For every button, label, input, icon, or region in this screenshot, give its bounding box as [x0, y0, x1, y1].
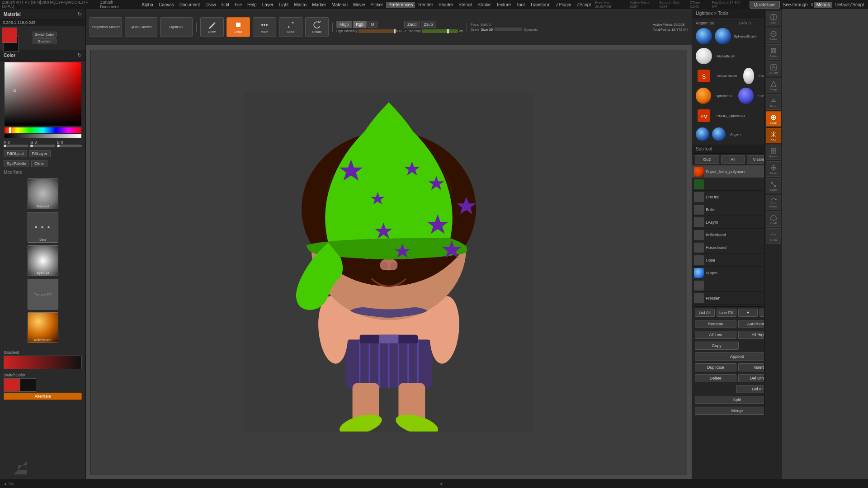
fill-layer-button[interactable]: FillLayer — [29, 150, 51, 157]
menu-zscript[interactable]: ZScript — [575, 2, 594, 8]
menu-preferences[interactable]: Preferences — [386, 2, 415, 8]
g-slider[interactable] — [30, 145, 55, 147]
mrgb-button[interactable]: Mrgb — [336, 21, 352, 28]
vp-btn-bump[interactable]: Bump — [766, 228, 781, 244]
lb-sphere-eye-1[interactable] — [696, 28, 712, 44]
color-refresh-icon[interactable]: ↻ — [77, 52, 82, 58]
goz2-button[interactable]: Go2 — [695, 155, 719, 164]
lb-sphere-augen-2[interactable] — [712, 127, 726, 141]
simple-brush-icon[interactable]: S — [696, 68, 712, 84]
z-intensity-slider[interactable] — [422, 29, 458, 33]
menu-document[interactable]: Document — [177, 2, 203, 8]
hue-slider[interactable] — [5, 127, 81, 133]
vp-btn-polyf[interactable]: PolyF — [766, 211, 781, 227]
vp-btn-aahart[interactable]: AAHart — [766, 61, 781, 76]
b-slider[interactable] — [57, 145, 82, 147]
draw-active-button[interactable]: Draw — [226, 17, 250, 37]
foreground-color-swatch[interactable] — [2, 28, 17, 43]
zsub-button[interactable]: Zsub — [421, 21, 436, 28]
default-zscript[interactable]: DefaultZScript — [833, 2, 866, 8]
m-button[interactable]: M — [368, 21, 377, 28]
quicksave-button[interactable]: QuickSave — [750, 1, 779, 9]
switchcolor-bg[interactable] — [20, 378, 36, 392]
brush-preview-standard[interactable]: Standard — [28, 178, 58, 209]
vp-btn-edit[interactable]: Edit — [766, 11, 781, 26]
menu-canvas[interactable]: Canvas — [156, 2, 176, 8]
duplicate-button[interactable]: Duplicate — [695, 363, 736, 371]
menu-movie[interactable]: Movie — [351, 2, 368, 8]
vp-btn-xyz[interactable]: XYZ — [766, 128, 781, 143]
menu-help[interactable]: Help — [245, 2, 259, 8]
color-picker[interactable] — [5, 62, 81, 126]
copy-button[interactable]: Copy — [695, 342, 739, 350]
quick-sketch-button[interactable]: Quick Sketch — [125, 17, 157, 37]
lb-sphere-augen-1[interactable] — [696, 127, 709, 141]
vp-btn-local[interactable]: Local — [766, 111, 781, 127]
rgb-intensity-slider[interactable] — [359, 29, 395, 33]
vp-btn-scale[interactable]: Scale — [766, 178, 781, 193]
switchcolor-fg[interactable] — [4, 378, 20, 392]
line-fill-button[interactable]: Line Fill — [717, 309, 736, 317]
menu-zplugin[interactable]: ZPlugin — [554, 2, 574, 8]
vp-btn-frame[interactable]: Frame — [766, 145, 781, 160]
switch-color-button[interactable]: SwitchColor — [33, 32, 57, 38]
gradient-preview[interactable] — [4, 356, 82, 369]
all-button[interactable]: All — [721, 155, 745, 164]
menu-draw[interactable]: Draw — [203, 2, 218, 8]
menu-picker[interactable]: Picker — [368, 2, 386, 8]
draw-button[interactable]: Draw — [200, 17, 224, 37]
r-slider[interactable] — [4, 145, 28, 147]
lb-sphere-blue[interactable] — [738, 88, 754, 104]
brush-preview-dots[interactable]: • • • Dots — [28, 212, 58, 243]
menu-render[interactable]: Render — [416, 2, 435, 8]
rename-button[interactable]: Rename — [695, 320, 736, 328]
lb-sphere-orange[interactable] — [696, 88, 711, 104]
vp-btn-actual[interactable]: Actual — [766, 44, 781, 60]
rotate-btn[interactable]: Rotate — [305, 17, 329, 37]
brush-preview-alpha14[interactable]: Alpha 14 — [28, 245, 58, 276]
fill-object-button[interactable]: FillObject — [4, 150, 27, 157]
menu-light[interactable]: Light — [277, 2, 291, 8]
zadd-button[interactable]: Zadd — [404, 21, 420, 28]
pm3d-icon[interactable]: PM — [696, 108, 712, 124]
vp-btn-move[interactable]: Move — [766, 161, 781, 177]
menu-macro[interactable]: Macro — [292, 2, 309, 8]
menu-stroke[interactable]: Stroke — [475, 2, 493, 8]
menu-file[interactable]: File — [232, 2, 244, 8]
draw-size-slider[interactable] — [495, 28, 522, 31]
menu-layer[interactable]: Layer — [260, 2, 276, 8]
menu-marker[interactable]: Marker — [310, 2, 328, 8]
arrow-down-btn[interactable]: ▼ — [738, 309, 758, 317]
gradient-button[interactable]: Gradient — [33, 38, 57, 44]
all-low-button[interactable]: All Low — [695, 331, 736, 339]
more-button[interactable]: Move — [253, 17, 276, 37]
see-through-label[interactable]: See-through — [781, 2, 810, 8]
menus-button[interactable]: Menus — [814, 2, 832, 8]
clear-button[interactable]: Clear — [31, 160, 47, 167]
lightbox-button[interactable]: LightBox — [160, 17, 193, 37]
menu-stencil[interactable]: Stencil — [456, 2, 474, 8]
scale-btn[interactable]: Scale — [279, 17, 302, 37]
canvas-area[interactable] — [86, 45, 692, 479]
rgb-button[interactable]: Rgb — [353, 21, 367, 28]
vp-btn-floor[interactable]: Floor — [766, 94, 781, 110]
vp-btn-persp[interactable]: Persp — [766, 78, 781, 93]
vp-btn-rotate[interactable]: Rotate — [766, 195, 781, 210]
lb-sphere-eraser[interactable] — [743, 68, 754, 84]
menu-edit[interactable]: Edit — [219, 2, 231, 8]
menu-tool[interactable]: Tool — [514, 2, 527, 8]
menu-transform[interactable]: Transform — [528, 2, 552, 8]
material-refresh-icon[interactable]: ↻ — [77, 11, 82, 17]
menu-shader[interactable]: Shader — [436, 2, 455, 8]
sys-palette-button[interactable]: SysPalette — [4, 160, 29, 167]
projection-master-button[interactable]: Projection Master — [90, 17, 122, 37]
menu-alpha[interactable]: Alpha — [139, 2, 156, 8]
delete-button[interactable]: Delete — [695, 374, 736, 382]
alternate-button[interactable]: Alternate — [4, 393, 82, 400]
brush-preview-reflect[interactable]: ReflectColor — [28, 312, 58, 343]
brush-preview-texture[interactable]: Texture Off — [28, 279, 58, 310]
lb-sphere-eye-2[interactable] — [715, 28, 731, 44]
list-all-button[interactable]: List All — [695, 309, 715, 317]
brightness-slider[interactable] — [5, 134, 81, 138]
vp-btn-aahal[interactable]: AaHal — [766, 28, 781, 43]
